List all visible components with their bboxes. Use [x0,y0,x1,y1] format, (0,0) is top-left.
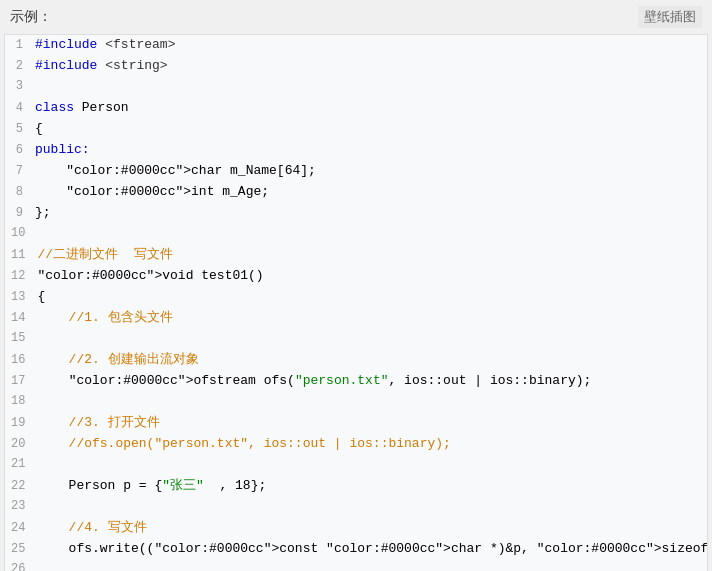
comment-token: //2. 创建输出流对象 [37,352,198,367]
code-container: 1#include <fstream>2#include <string>34c… [4,34,708,571]
normal-token: { [35,121,43,136]
line-number: 22 [5,477,37,496]
normal-token: Person [82,100,129,115]
line-content: //4. 写文件 [37,518,707,539]
keyword-token: public: [35,142,90,157]
line-number: 2 [5,57,35,76]
line-number: 25 [5,540,37,559]
line-content: #include <fstream> [35,35,707,56]
line-number: 15 [5,329,37,348]
code-line: 13{ [5,287,707,308]
line-number: 21 [5,455,37,474]
keyword-token: class [35,100,82,115]
line-content: //ofs.open("person.txt", ios::out | ios:… [37,434,707,455]
code-line: 3 [5,77,707,98]
line-content: }; [35,203,707,224]
line-number: 8 [5,183,35,202]
line-number: 17 [5,372,37,391]
line-content: //二进制文件 写文件 [37,245,707,266]
code-line: 22 Person p = {"张三" , 18}; [5,476,707,497]
line-number: 5 [5,120,35,139]
line-number: 11 [5,246,37,265]
normal-token: ofs.write(("color:#0000cc">const "color:… [37,541,708,556]
comment-token: //二进制文件 写文件 [37,247,172,262]
line-content: public: [35,140,707,161]
line-number: 26 [5,560,37,571]
code-line: 10 [5,224,707,245]
line-content: Person p = {"张三" , 18}; [37,476,707,497]
code-line: 18 [5,392,707,413]
line-number: 3 [5,77,35,96]
line-content: class Person [35,98,707,119]
line-number: 14 [5,309,37,328]
line-content: #include <string> [35,56,707,77]
line-number: 24 [5,519,37,538]
normal-token: "color:#0000cc">char m_Name[64]; [35,163,316,178]
code-line: 24 //4. 写文件 [5,518,707,539]
example-label: 示例： [10,8,52,26]
code-line: 1#include <fstream> [5,35,707,56]
code-line: 2#include <string> [5,56,707,77]
code-line: 12"color:#0000cc">void test01() [5,266,707,287]
line-number: 7 [5,162,35,181]
line-number: 18 [5,392,37,411]
top-bar: 示例： 壁纸插图 [0,0,712,34]
code-line: 23 [5,497,707,518]
line-content: { [35,119,707,140]
line-number: 13 [5,288,37,307]
line-number: 16 [5,351,37,370]
code-line: 9}; [5,203,707,224]
code-block: 1#include <fstream>2#include <string>34c… [5,35,707,571]
code-line: 26 [5,560,707,571]
include-token: #include <fstream> [35,37,175,52]
code-line: 16 //2. 创建输出流对象 [5,350,707,371]
line-number: 10 [5,224,37,243]
normal-token: "color:#0000cc">int m_Age; [35,184,269,199]
code-line: 5{ [5,119,707,140]
line-content: "color:#0000cc">ofstream ofs("person.txt… [37,371,707,392]
line-content: ofs.write(("color:#0000cc">const "color:… [37,539,708,560]
line-number: 6 [5,141,35,160]
code-line: 8 "color:#0000cc">int m_Age; [5,182,707,203]
top-right-text: 壁纸插图 [638,6,702,28]
code-line: 4class Person [5,98,707,119]
line-content: //1. 包含头文件 [37,308,707,329]
line-content: //2. 创建输出流对象 [37,350,707,371]
code-line: 11//二进制文件 写文件 [5,245,707,266]
code-line: 17 "color:#0000cc">ofstream ofs("person.… [5,371,707,392]
code-line: 6public: [5,140,707,161]
code-line: 15 [5,329,707,350]
line-number: 12 [5,267,37,286]
code-line: 19 //3. 打开文件 [5,413,707,434]
line-number: 19 [5,414,37,433]
line-number: 4 [5,99,35,118]
normal-token: }; [35,205,51,220]
line-content: "color:#0000cc">char m_Name[64]; [35,161,707,182]
comment-token: //3. 打开文件 [37,415,159,430]
comment-token: //ofs.open("person.txt", ios::out | ios:… [37,436,450,451]
line-content: "color:#0000cc">void test01() [37,266,707,287]
normal-token: "color:#0000cc">void test01() [37,268,263,283]
normal-token: "color:#0000cc">ofstream ofs("person.txt… [37,373,591,388]
line-number: 1 [5,36,35,55]
line-content: //3. 打开文件 [37,413,707,434]
normal-token: Person p = {"张三" , 18}; [37,478,266,493]
line-content: { [37,287,707,308]
code-line: 25 ofs.write(("color:#0000cc">const "col… [5,539,707,560]
line-number: 23 [5,497,37,516]
comment-token: //1. 包含头文件 [37,310,172,325]
code-line: 7 "color:#0000cc">char m_Name[64]; [5,161,707,182]
code-line: 20 //ofs.open("person.txt", ios::out | i… [5,434,707,455]
line-number: 9 [5,204,35,223]
line-content: "color:#0000cc">int m_Age; [35,182,707,203]
code-line: 21 [5,455,707,476]
include-token: #include <string> [35,58,168,73]
normal-token: { [37,289,45,304]
line-number: 20 [5,435,37,454]
comment-token: //4. 写文件 [37,520,146,535]
code-line: 14 //1. 包含头文件 [5,308,707,329]
